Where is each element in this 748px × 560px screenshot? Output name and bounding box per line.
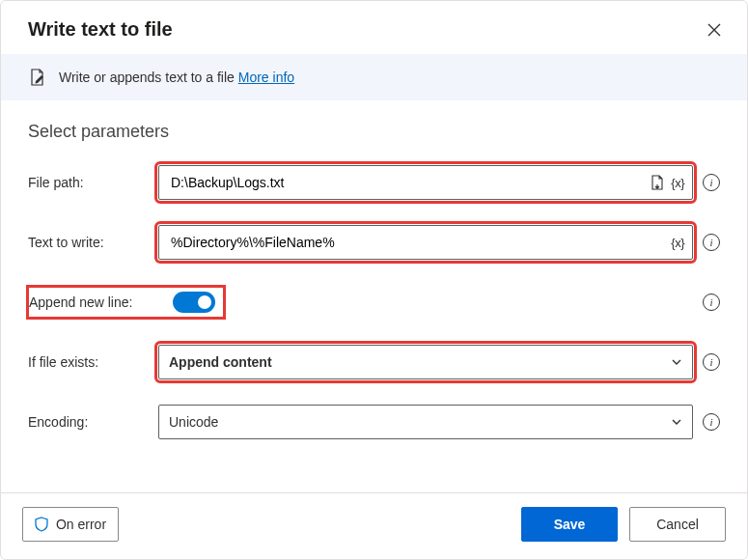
close-icon bbox=[707, 23, 721, 37]
file-edit-icon bbox=[28, 68, 47, 87]
cancel-button[interactable]: Cancel bbox=[629, 507, 726, 542]
input-text-to-write[interactable]: {x} bbox=[158, 225, 693, 260]
label-file-path: File path: bbox=[28, 175, 158, 190]
file-path-field[interactable] bbox=[169, 174, 650, 191]
file-picker-icon[interactable] bbox=[650, 175, 665, 190]
on-error-button[interactable]: On error bbox=[22, 507, 119, 542]
text-to-write-field[interactable] bbox=[169, 234, 671, 251]
info-icon[interactable]: i bbox=[703, 413, 720, 431]
dialog-header: Write text to file bbox=[1, 1, 747, 54]
save-button[interactable]: Save bbox=[521, 507, 618, 542]
dialog-footer: On error Save Cancel bbox=[1, 492, 747, 559]
toggle-knob bbox=[198, 295, 211, 309]
select-value: Append content bbox=[169, 354, 272, 370]
input-file-path[interactable]: {x} bbox=[158, 165, 693, 200]
more-info-link[interactable]: More info bbox=[238, 70, 294, 85]
toggle-append-new-line[interactable] bbox=[173, 292, 215, 313]
row-append-new-line: Append new line: i bbox=[28, 283, 720, 322]
info-banner: Write or appends text to a file More inf… bbox=[1, 54, 747, 100]
form-content: Select parameters File path: {x} i Text … bbox=[1, 100, 747, 492]
select-encoding[interactable]: Unicode bbox=[158, 405, 693, 439]
dialog-title: Write text to file bbox=[28, 18, 173, 41]
banner-text: Write or appends text to a file More inf… bbox=[59, 70, 294, 85]
info-icon[interactable]: i bbox=[703, 234, 720, 251]
label-encoding: Encoding: bbox=[28, 414, 158, 430]
variable-picker-icon[interactable]: {x} bbox=[671, 176, 684, 190]
close-button[interactable] bbox=[705, 20, 724, 40]
chevron-down-icon bbox=[671, 416, 682, 428]
info-icon[interactable]: i bbox=[703, 174, 720, 191]
write-text-to-file-dialog: Write text to file Write or appends text… bbox=[0, 0, 748, 560]
info-icon[interactable]: i bbox=[703, 353, 720, 371]
label-if-file-exists: If file exists: bbox=[28, 354, 158, 370]
row-file-path: File path: {x} i bbox=[28, 163, 720, 202]
info-icon[interactable]: i bbox=[703, 294, 720, 311]
label-append-new-line: Append new line: bbox=[29, 294, 155, 310]
shield-icon bbox=[35, 517, 48, 532]
select-if-file-exists[interactable]: Append content bbox=[158, 345, 693, 379]
chevron-down-icon bbox=[671, 356, 682, 368]
row-if-file-exists: If file exists: Append content i bbox=[28, 343, 720, 381]
row-encoding: Encoding: Unicode i bbox=[28, 403, 720, 441]
section-title: Select parameters bbox=[28, 122, 720, 142]
select-value: Unicode bbox=[169, 414, 218, 430]
variable-picker-icon[interactable]: {x} bbox=[671, 236, 684, 250]
row-text-to-write: Text to write: {x} i bbox=[28, 223, 720, 262]
label-text-to-write: Text to write: bbox=[28, 235, 158, 250]
